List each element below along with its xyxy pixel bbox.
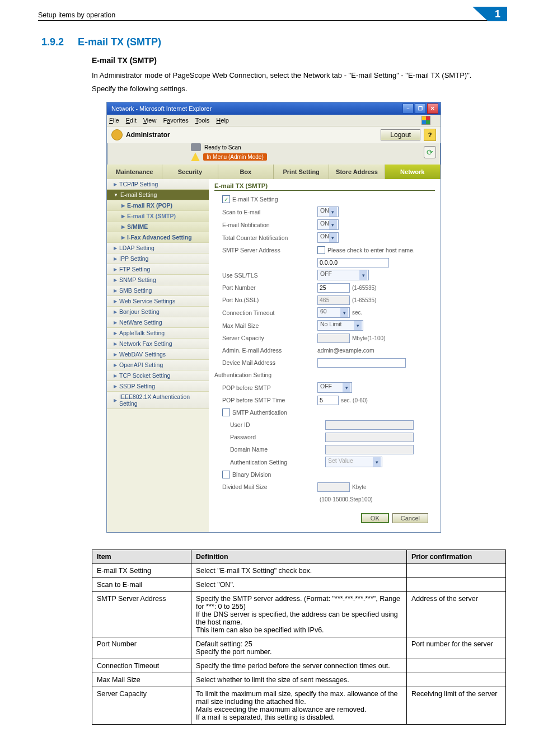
tab-security[interactable]: Security <box>162 165 218 179</box>
host-name-checkbox[interactable] <box>317 246 325 254</box>
sidebar-item-tcpsocket[interactable]: TCP Socket Setting <box>107 370 209 381</box>
tab-network[interactable]: Network <box>385 165 441 179</box>
header-bar: Administrator Logout ? <box>107 126 441 143</box>
max-mail-select[interactable]: No Limit <box>317 320 363 331</box>
cell-item: Scan to E-mail <box>92 578 191 592</box>
port-num-input[interactable] <box>317 283 350 293</box>
bin-div-label: Binary Division <box>232 471 271 478</box>
cell-prior: Address of the server <box>407 592 506 637</box>
cell-definition: Specify the time period before the serve… <box>191 659 407 673</box>
sidebar: TCP/IP Setting E-mail Setting E-mail RX … <box>107 179 209 532</box>
menu-edit[interactable]: Edit <box>126 117 137 124</box>
sidebar-item-bonjour[interactable]: Bonjour Setting <box>107 307 209 317</box>
sidebar-item-ipp[interactable]: IPP Setting <box>107 253 209 264</box>
admin-icon <box>111 129 123 140</box>
cell-prior <box>407 673 506 687</box>
tab-store-address[interactable]: Store Address <box>329 165 385 179</box>
sidebar-item-snmp[interactable]: SNMP Setting <box>107 275 209 285</box>
dev-mail-input[interactable] <box>317 358 406 368</box>
scan-to-email-select[interactable]: ON <box>317 206 339 217</box>
sidebar-item-openapi[interactable]: OpenAPI Setting <box>107 360 209 370</box>
password-input[interactable] <box>325 433 414 442</box>
breadcrumb: Setup items by operation <box>38 11 506 21</box>
email-notif-select[interactable]: ON <box>317 219 339 230</box>
menu-favorites[interactable]: Favorites <box>163 117 188 124</box>
srv-cap-input[interactable] <box>317 334 350 343</box>
port-ssl-input[interactable] <box>317 295 350 305</box>
smtp-auth-checkbox[interactable] <box>222 408 230 416</box>
auth-setting2-label: Authentication Setting <box>222 459 325 466</box>
ok-button[interactable]: OK <box>361 513 389 523</box>
definition-table: Item Definition Prior confirmation E-mai… <box>92 550 506 725</box>
logout-button[interactable]: Logout <box>381 129 420 140</box>
srv-cap-label: Server Capacity <box>222 335 317 341</box>
auth-setting2-select[interactable]: Set Value <box>325 457 382 467</box>
sidebar-item-ssdp[interactable]: SSDP Setting <box>107 381 209 392</box>
cell-item: Max Mail Size <box>92 673 191 687</box>
div-mail-input[interactable] <box>317 482 350 492</box>
total-counter-label: Total Counter Notification <box>222 234 317 241</box>
pop-time-input[interactable] <box>317 396 339 405</box>
th-definition: Definition <box>191 550 407 564</box>
sidebar-item-ifax[interactable]: I-Fax Advanced Setting <box>107 232 209 243</box>
cell-prior: Receiving limit of the server <box>407 687 506 725</box>
content-title: E-mail TX (SMTP) <box>214 182 435 191</box>
cell-prior <box>407 578 506 592</box>
reload-icon[interactable]: ⟳ <box>424 146 436 158</box>
sidebar-item-ieee[interactable]: IEEE802.1X Authentication Setting <box>107 392 209 409</box>
sidebar-item-email-rx[interactable]: E-mail RX (POP) <box>107 200 209 211</box>
sidebar-item-email[interactable]: E-mail Setting <box>107 190 209 200</box>
menu-view[interactable]: View <box>143 117 157 124</box>
cell-item: E-mail TX Setting <box>92 564 191 578</box>
sidebar-item-ldap[interactable]: LDAP Setting <box>107 243 209 253</box>
sidebar-item-webdav[interactable]: WebDAV Settings <box>107 349 209 360</box>
email-tx-checkbox[interactable]: ✓ <box>222 195 230 203</box>
sidebar-item-ftp[interactable]: FTP Setting <box>107 264 209 275</box>
status-ready: Ready to Scan <box>204 144 241 151</box>
smtp-auth-label: SMTP Authentication <box>232 409 287 416</box>
table-row: SMTP Server AddressSpecify the SMTP serv… <box>92 592 506 637</box>
conn-to-select[interactable]: 60 <box>317 307 350 318</box>
warning-icon <box>191 152 200 161</box>
sidebar-item-tcp[interactable]: TCP/IP Setting <box>107 179 209 190</box>
use-ssl-label: Use SSL/TLS <box>222 272 317 279</box>
window-min-button[interactable]: – <box>402 104 414 114</box>
menu-help[interactable]: Help <box>216 117 229 124</box>
scan-to-email-label: Scan to E-mail <box>222 209 317 215</box>
sidebar-item-appletalk[interactable]: AppleTalk Setting <box>107 328 209 339</box>
sidebar-item-smb[interactable]: SMB Setting <box>107 285 209 296</box>
tab-maintenance[interactable]: Maintenance <box>107 165 162 179</box>
table-row: Max Mail SizeSelect whether to limit the… <box>92 673 506 687</box>
help-icon[interactable]: ? <box>424 129 436 141</box>
paragraph-2: Specify the following settings. <box>92 84 506 94</box>
use-ssl-select[interactable]: OFF <box>317 270 369 280</box>
window-max-button[interactable]: ❐ <box>415 104 426 114</box>
sidebar-item-netware[interactable]: NetWare Setting <box>107 317 209 328</box>
sidebar-item-email-tx[interactable]: E-mail TX (SMTP) <box>107 211 209 222</box>
total-counter-select[interactable]: ON <box>317 232 339 243</box>
sidebar-item-smime[interactable]: S/MIME <box>107 222 209 232</box>
cancel-button[interactable]: Cancel <box>392 513 428 523</box>
cell-definition: Specify the SMTP server address. (Format… <box>191 592 407 637</box>
sidebar-item-netfax[interactable]: Network Fax Setting <box>107 339 209 349</box>
port-num-range: (1-65535) <box>352 285 376 291</box>
status-row: Ready to Scan In Menu (Admin Mode) ⟳ <box>107 143 441 165</box>
cell-prior <box>407 659 506 673</box>
smtp-addr-input[interactable] <box>317 258 389 267</box>
menu-tools[interactable]: Tools <box>195 117 210 124</box>
cell-definition: Select "E-mail TX Setting" check box. <box>191 564 407 578</box>
tab-box[interactable]: Box <box>218 165 274 179</box>
tab-print-setting[interactable]: Print Setting <box>274 165 329 179</box>
domain-label: Domain Name <box>222 446 325 453</box>
main-tabs: Maintenance Security Box Print Setting S… <box>107 165 441 179</box>
user-id-input[interactable] <box>325 420 414 430</box>
pop-before-select[interactable]: OFF <box>317 382 352 393</box>
domain-input[interactable] <box>325 445 414 454</box>
cell-item: Connection Timeout <box>92 659 191 673</box>
window-close-button[interactable]: ✕ <box>427 104 438 114</box>
content-pane: E-mail TX (SMTP) ✓ E-mail TX Setting Sca… <box>209 179 441 532</box>
menu-file[interactable]: FFileile <box>109 117 119 124</box>
pop-time-label: POP before SMTP Time <box>222 397 317 403</box>
sidebar-item-ws[interactable]: Web Service Settings <box>107 296 209 307</box>
bin-div-checkbox[interactable] <box>222 471 230 478</box>
